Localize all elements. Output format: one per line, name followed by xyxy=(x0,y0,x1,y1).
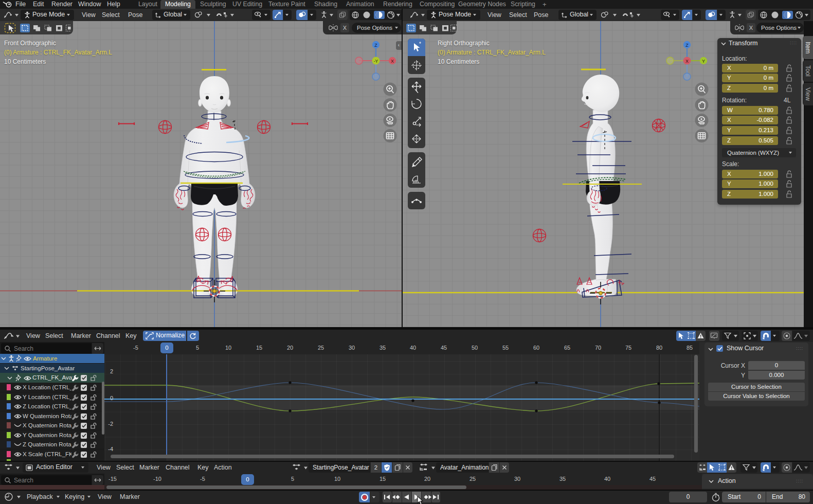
svg-text:X: X xyxy=(685,59,689,64)
svg-text:-Y: -Y xyxy=(374,59,378,64)
svg-text:X: X xyxy=(391,59,394,64)
svg-text:Y: Y xyxy=(702,59,705,64)
svg-text:Z: Z xyxy=(374,43,377,48)
svg-text:Z: Z xyxy=(685,43,689,48)
